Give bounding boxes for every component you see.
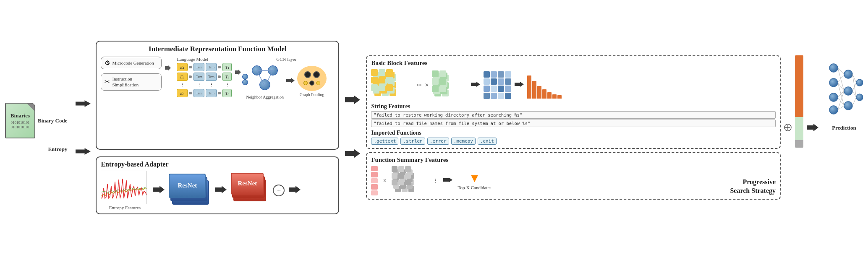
sf-text-1: "failed to restore working directory aft… bbox=[371, 111, 776, 119]
pool-label: Graph Pooling bbox=[300, 92, 324, 97]
lm-row-2: E₂ Trm Trm T₂ bbox=[177, 73, 232, 81]
green-matrix-stack bbox=[432, 70, 468, 100]
bar-5 bbox=[547, 92, 552, 99]
bar-6 bbox=[552, 94, 557, 99]
func-memcpy: .memcpy bbox=[451, 138, 476, 145]
topk-section: ▼ Top-K Candidates bbox=[458, 172, 491, 190]
lm-row-1: E₁ Trm Trm T₁ bbox=[177, 63, 232, 71]
topk-label: Top-K Candidates bbox=[458, 185, 491, 190]
bb-features-outer: Basic Block Features bbox=[366, 55, 781, 149]
cv-orange2 bbox=[795, 86, 803, 117]
svg-point-27 bbox=[829, 78, 838, 87]
entropy-title: Entropy-based Adapter bbox=[101, 161, 334, 168]
svg-point-32 bbox=[844, 101, 852, 110]
svg-point-34 bbox=[856, 94, 863, 101]
func-error: .error bbox=[427, 138, 449, 145]
language-model-section: Language Model E₁ Trm Trm T₁ bbox=[177, 57, 232, 97]
progressive-label: ProgressiveSearch Strategy bbox=[730, 178, 776, 195]
resnet2-label: ResNet bbox=[238, 180, 257, 187]
entropy-box: Entropy-based Adapter Entr bbox=[96, 156, 339, 214]
fs-content: × bbox=[371, 166, 776, 195]
multiply-symbol: × bbox=[425, 81, 429, 89]
arrow-to-entropy bbox=[76, 146, 91, 156]
prediction-label: Prediction bbox=[832, 125, 856, 131]
func-gettext: .gettext bbox=[371, 138, 398, 145]
instruction-box: ✂ Instruction Simplification bbox=[101, 73, 162, 91]
features-col: Basic Block Features bbox=[366, 55, 781, 200]
imported-funcs: Imported Functions .gettext .strlen .err… bbox=[371, 130, 776, 145]
pool-circle-dark-1 bbox=[304, 71, 311, 78]
binary-code-label: Binary Code bbox=[38, 117, 67, 125]
svg-marker-13 bbox=[286, 78, 295, 83]
svg-marker-20 bbox=[515, 82, 524, 87]
funnel-icon: ▼ bbox=[469, 172, 481, 185]
svg-line-41 bbox=[838, 97, 844, 106]
instruction-label: Instruction Simplification bbox=[112, 76, 158, 88]
svg-point-28 bbox=[829, 93, 838, 101]
arrow-fs1 bbox=[443, 177, 452, 185]
entropy-content: Entropy Features ResNet bbox=[101, 171, 334, 210]
svg-point-30 bbox=[844, 70, 852, 78]
svg-line-48 bbox=[852, 97, 856, 106]
bar-4 bbox=[542, 89, 546, 99]
cv-orange bbox=[795, 55, 803, 86]
string-features: String Features "failed to restore worki… bbox=[371, 103, 776, 127]
gear-icon: ⚙ bbox=[105, 59, 110, 67]
binaries-file-icon: Binaries 0101010101 0101010101 bbox=[5, 103, 35, 138]
trm1b: Trm bbox=[206, 63, 217, 71]
bb-features-title: Basic Block Features bbox=[371, 60, 776, 67]
t1-cell: T₁ bbox=[222, 63, 232, 71]
gcn-content: Neighbor Aggregation bbox=[246, 63, 327, 99]
ir-title: Intermediate Representation Function Mod… bbox=[101, 45, 334, 53]
pool-circle-yellow-1 bbox=[303, 81, 308, 85]
bar-1 bbox=[527, 75, 531, 99]
resnet2-front: ResNet bbox=[231, 173, 264, 195]
svg-marker-15 bbox=[215, 186, 227, 193]
en-cell: Eₙ bbox=[177, 89, 188, 97]
lm-rows: E₁ Trm Trm T₁ E₂ Trm Trm bbox=[177, 63, 232, 97]
func-exit: .exit bbox=[478, 138, 497, 145]
pink-vector bbox=[371, 166, 378, 195]
bb-features-row: ··· × bbox=[371, 69, 776, 101]
arrow-e1 bbox=[153, 185, 165, 195]
histogram bbox=[527, 71, 562, 99]
left-section: Binaries 0101010101 0101010101 Binary Co… bbox=[5, 103, 67, 153]
pool-blob bbox=[297, 66, 327, 91]
cv-gray bbox=[795, 140, 803, 148]
plus-connector bbox=[784, 55, 792, 200]
fs-dots: ⋮ bbox=[433, 177, 438, 184]
tn-cell: Tₙ bbox=[222, 89, 232, 97]
svg-marker-3 bbox=[189, 65, 192, 69]
dots1: ⋮ bbox=[177, 82, 188, 88]
svg-line-38 bbox=[838, 83, 844, 91]
arrow-e3 bbox=[289, 185, 301, 195]
gcn-small-2 bbox=[242, 79, 248, 85]
lm-row-n: Eₙ Trm Trm Tₙ bbox=[177, 89, 232, 97]
binary-top: Binaries 0101010101 0101010101 Binary Co… bbox=[5, 103, 67, 138]
entropy-features-label: Entropy Features bbox=[109, 205, 141, 210]
right-area: Basic Block Features bbox=[366, 55, 863, 200]
main-diagram: Binaries 0101010101 0101010101 Binary Co… bbox=[0, 0, 868, 255]
svg-marker-0 bbox=[76, 100, 91, 107]
left-arrows bbox=[74, 99, 92, 156]
t2-cell: T₂ bbox=[222, 73, 232, 81]
arrow-entropy-right bbox=[345, 148, 360, 160]
ir-box: Intermediate Representation Function Mod… bbox=[96, 41, 339, 150]
svg-marker-16 bbox=[289, 186, 301, 193]
sf-text-2: "failed to read file names from file sys… bbox=[371, 120, 776, 127]
entropy-wave bbox=[101, 171, 147, 204]
nn-output: Prediction bbox=[825, 55, 863, 200]
resnet1-front: ResNet bbox=[169, 174, 206, 198]
arrow-bb1 bbox=[471, 81, 480, 89]
svg-line-46 bbox=[852, 83, 856, 91]
gcn-small-1 bbox=[242, 74, 248, 80]
gm1 bbox=[432, 70, 446, 92]
neighbor-label: Neighbor Aggregation bbox=[246, 95, 284, 99]
file-label: Binaries bbox=[10, 112, 30, 119]
svg-point-29 bbox=[829, 106, 838, 114]
blue-matrix bbox=[484, 71, 511, 99]
resnet2-container: ResNet bbox=[231, 173, 269, 208]
microcode-label: Microcode Generation bbox=[112, 60, 154, 66]
microcode-box: ⚙ Microcode Generation bbox=[101, 57, 162, 69]
matrix-ellipsis: ··· bbox=[416, 81, 421, 89]
